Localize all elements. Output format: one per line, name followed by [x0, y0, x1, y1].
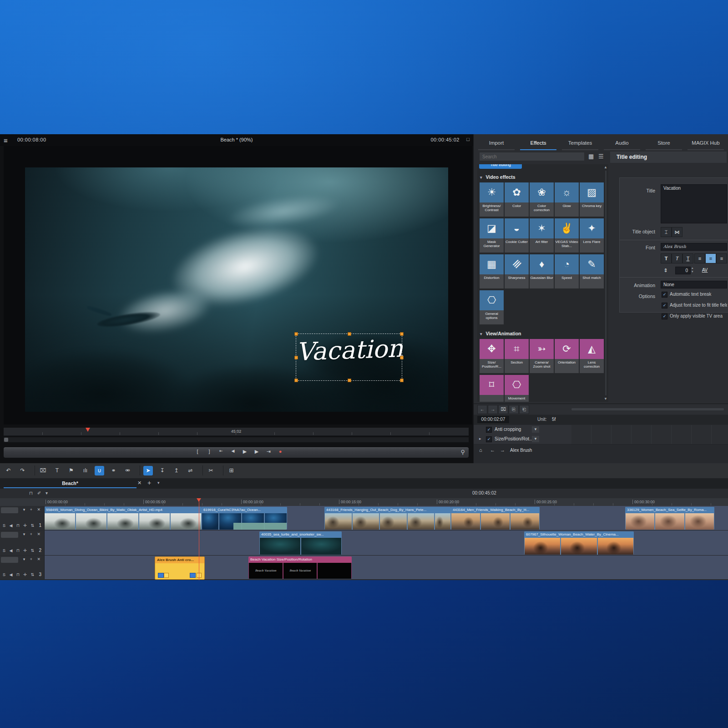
effect-tile-color-correction[interactable]: ❀Color correction [530, 182, 554, 217]
keyframe-copy-button[interactable]: ⎘ [509, 405, 519, 414]
effect-tile-distort-quad-icon[interactable]: ⌑ [480, 375, 504, 402]
keyframe-marker[interactable] [164, 573, 169, 578]
object-content-button[interactable]: ılı [81, 466, 90, 475]
title-object-horizontal-button[interactable]: ⋈ [672, 227, 682, 237]
selection-handle[interactable] [294, 379, 298, 382]
collapse-icon[interactable]: ▾ [480, 175, 482, 180]
jump-end-button[interactable]: ⇥ [266, 449, 271, 455]
next-object-icon[interactable]: → [500, 447, 505, 453]
title-selection-box[interactable]: Vacation [296, 334, 402, 381]
selected-category-pill[interactable]: Title editing [479, 164, 522, 169]
row-checkbox[interactable]: ✓ [486, 436, 492, 442]
section-header-view-animation[interactable]: ▾View/Animation [480, 331, 521, 336]
effect-tile-camera-zoom-shot[interactable]: ➳Camera/ Zoom shot [530, 339, 554, 373]
effect-tile-cookie-cutter[interactable]: ◒Cookie Cutter [505, 218, 529, 253]
row-dropdown-icon[interactable]: ▼ [532, 426, 539, 433]
preview-scrollbar[interactable] [4, 437, 469, 442]
delete-button[interactable]: ⌧ [38, 466, 48, 475]
effect-tile-gaussian-blur[interactable]: ♦Gaussian Blur [530, 254, 554, 288]
collapse-icon[interactable]: ▾ [480, 332, 482, 336]
redo-button[interactable]: ↷ [18, 466, 27, 475]
mark-in-button[interactable]: [ [195, 449, 200, 455]
effect-tile-movement[interactable]: ⎔Movement [505, 375, 529, 402]
marker-button[interactable]: ⚑ [66, 466, 76, 475]
scroll-down-icon[interactable]: ▼ [604, 397, 607, 401]
keyframe-paste-button[interactable]: ⎗ [519, 405, 529, 414]
razor-button[interactable]: ✂ [206, 466, 216, 475]
chevron-down-icon[interactable]: ▾ [46, 490, 48, 495]
jump-start-button[interactable]: ⇤ [218, 449, 224, 455]
clip-336129-women-beach-sea-selfie-by-roma-[interactable]: 336129_Women_Beach_Sea_Selfie_By_Roma... [625, 507, 714, 530]
effect-tile-speed[interactable]: ◔Speed [555, 254, 579, 288]
selection-handle[interactable] [348, 379, 351, 382]
crossfade-region[interactable] [435, 513, 450, 530]
ungroup-button[interactable]: ⚮ [123, 466, 132, 475]
object-beach-vacation-size-position-rotation[interactable]: Beach Vacation Size/Position/RotationBea… [248, 556, 352, 579]
option-checkbox[interactable]: ✓ [662, 292, 667, 298]
keyframe-delete-button[interactable]: ⌧ [498, 405, 508, 414]
fade-out-button[interactable]: ↥ [172, 466, 181, 475]
effect-tile-shot-match[interactable]: ✎Shot match [580, 254, 604, 288]
row-checkbox[interactable]: ✓ [486, 427, 492, 433]
next-frame-button[interactable]: ▶ [254, 449, 259, 455]
previous-frame-button[interactable]: ◀ [230, 449, 236, 455]
track-state-buttons[interactable]: S ◀ ⊓ ✛ ⇅ [3, 523, 35, 528]
timeline-ruler[interactable]: 00:00:00:0000:00:05:0000:00:10:0000:00:1… [0, 498, 728, 506]
section-header-video-effects[interactable]: ▾Video effects [480, 174, 516, 180]
effect-tile-art-filter[interactable]: ✶Art filter [530, 218, 554, 253]
animation-select[interactable]: None [661, 281, 727, 288]
selection-handle[interactable] [400, 379, 404, 382]
keyframe-marker[interactable] [158, 573, 164, 578]
track-state-buttons[interactable]: S ◀ ⊓ ✛ ⇅ [3, 548, 35, 553]
selection-handle[interactable] [294, 356, 298, 359]
effect-tile-general-options[interactable]: ⎔General options [480, 290, 504, 324]
keyframe-marker[interactable] [190, 573, 196, 578]
object-alex-brush-anti-cro-[interactable]: Alex Brush Anti cro... [155, 556, 205, 580]
effect-tile-sharpness[interactable]: ⅢSharpness [505, 254, 529, 288]
track-name-box[interactable] [1, 557, 18, 563]
list-view-icon[interactable]: ☰ [598, 153, 604, 160]
add-tab-icon[interactable]: + [147, 479, 151, 486]
title-input[interactable]: Vacation [661, 184, 727, 223]
prev-object-icon[interactable]: ← [490, 447, 495, 453]
effect-tile-orientation[interactable]: ⟳Orientation [555, 339, 579, 373]
effect-tile-brightness-contrast[interactable]: ☀Brightness/ Contrast [480, 182, 504, 217]
track-header-buttons[interactable]: ▾ + ✕ [23, 532, 42, 536]
track-name-box[interactable] [1, 532, 18, 538]
track-name-box[interactable] [1, 507, 18, 513]
clip-443168-friends-hanging-out-beach-dog-by-[interactable]: 443168_Friends_Hanging_Out_Beach_Dog_By_… [324, 507, 451, 530]
keyframe-next-button[interactable]: → [488, 405, 498, 414]
play-button[interactable]: ▶ [242, 449, 248, 455]
row-dropdown-icon[interactable]: ▼ [532, 436, 539, 442]
effect-tile-color[interactable]: ✿Color [505, 182, 529, 217]
align-left-button[interactable]: ≡ [694, 253, 705, 263]
tab-dropdown-icon[interactable]: ▾ [157, 480, 160, 485]
selection-handle[interactable] [294, 332, 298, 336]
mark-out-button[interactable]: ] [207, 449, 212, 455]
selection-handle[interactable] [400, 332, 404, 336]
title-overlay-text[interactable]: Vacation [296, 334, 402, 366]
snap-magnet-button[interactable]: ∪ [95, 466, 104, 475]
keyframe-scrollbar[interactable] [571, 408, 724, 410]
crossfade-button[interactable]: ⇌ [186, 466, 195, 475]
align-center-button[interactable]: ≡ [705, 253, 716, 263]
object-zoom-button[interactable]: ⊞ [227, 466, 236, 475]
clip-619916-cura-c3-a7ao-ocean-[interactable]: 619916_Cura%C3%A7ao_Ocean... [202, 507, 287, 530]
clip-607967-silhouette-woman-beach-water-by-c[interactable]: 607967_Silhouette_Woman_Beach_Water_By_C… [524, 531, 634, 555]
effect-tile-size-position-r-[interactable]: ✥Size/ Position/R... [480, 339, 504, 373]
selection-handle[interactable] [400, 356, 404, 359]
tab-effects[interactable]: Effects [517, 138, 559, 150]
spacing-spinner[interactable]: ▴▾ [692, 266, 693, 273]
maximize-icon[interactable]: □ [466, 136, 470, 142]
project-tab[interactable]: Beach* [4, 478, 136, 488]
keyframe-lane[interactable] [571, 435, 728, 444]
track-header-buttons[interactable]: ▾ + ✕ [23, 507, 42, 512]
effect-tile-vegas-video-stab-[interactable]: ✌VEGAS Video Stab... [555, 218, 579, 253]
italic-button[interactable]: T [672, 253, 682, 263]
fade-in-button[interactable]: ↧ [157, 466, 167, 475]
crossfade-region[interactable] [202, 513, 218, 530]
kerning-button[interactable]: AV [700, 266, 710, 275]
unit-value[interactable]: 5f [552, 417, 556, 422]
option-checkbox[interactable]: ✓ [662, 303, 667, 308]
title-text-button[interactable]: T [52, 466, 62, 475]
